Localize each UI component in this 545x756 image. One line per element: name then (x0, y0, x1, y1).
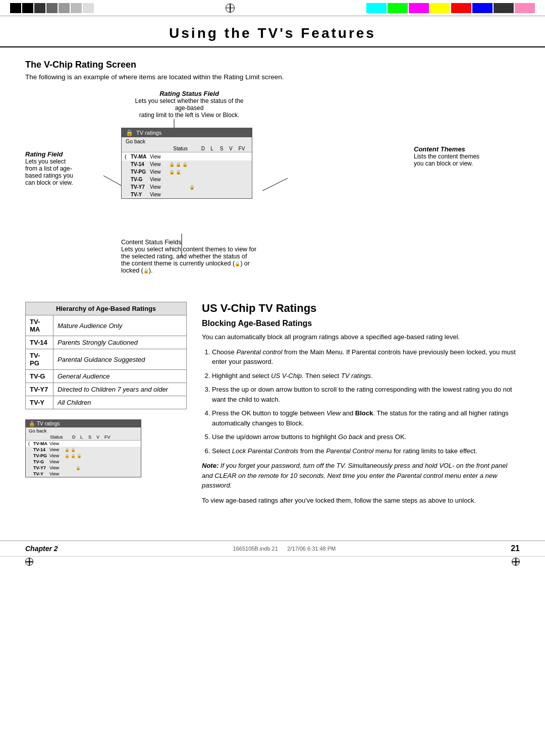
row-code-tvy: TV-Y (131, 192, 150, 197)
svg-line-2 (262, 178, 288, 191)
ratings-col-header: Status D L S V FV (122, 145, 252, 152)
swatch-black (10, 3, 21, 13)
row-status-tv14: View (150, 161, 168, 167)
col-s-label: S (220, 146, 229, 151)
step-6: Select Lock Parental Controls from the P… (212, 446, 520, 456)
page-title: Using the TV's Features (20, 25, 525, 41)
swatch-md (46, 3, 58, 13)
label-content-themes-body1: Lists the content themes (414, 153, 505, 160)
label-rating-status-body1: Lets you select whether the status of th… (134, 97, 245, 112)
go-back-row: Go back (122, 137, 252, 145)
step4-bold: Block (355, 409, 373, 417)
step6-italic2: Parental Control (326, 447, 373, 455)
label-content-status-body4: locked (🔒). (121, 267, 313, 274)
lock-icon-tvpg-1: 🔒 (169, 170, 175, 175)
small-row-code-tvy7: TV-Y7 (33, 465, 49, 470)
swatch-black2 (22, 3, 33, 13)
diagram-area: Rating Status Field Lets you select whet… (25, 90, 520, 292)
small-row-status-tvg: View (49, 459, 65, 464)
row-code-tvg: TV-G (131, 177, 150, 182)
label-rating-field-body3: based ratings you (25, 172, 103, 179)
row-status-tvg: View (150, 177, 168, 182)
ratings-row-tvy7: TV-Y7 View 🔒 (122, 183, 252, 191)
small-row-code-tv14: TV-14 (33, 447, 49, 452)
small-ratings-row-tvpg: TV-PG View 🔒 🔒 🔒 (26, 453, 141, 459)
top-bar-center (94, 4, 366, 13)
lock-icon-tv14-2: 🔒 (176, 162, 181, 167)
table-cell-desc-tvpg: Parental Guidance Suggested (53, 349, 187, 370)
label-content-status-body2: the selected rating, and whether the sta… (121, 253, 313, 260)
small-icons-tvy7: 🔒 (76, 466, 81, 470)
small-row-code-tvy: TV-Y (33, 471, 49, 476)
small-lock-icon: 🔒 (29, 421, 35, 426)
small-icons-tvpg: 🔒 🔒 🔒 (65, 454, 82, 458)
step2-italic2: TV ratings (341, 372, 371, 380)
ratings-row-tvy: TV-Y View (122, 191, 252, 198)
section-heading: The V-Chip Rating Screen (25, 60, 520, 70)
swatch-dk2 (494, 3, 514, 13)
table-cell-code-tvma: TV-MA (26, 315, 53, 336)
swatch-red (451, 3, 471, 13)
label-rating-status-title: Rating Status Field (134, 90, 245, 97)
ratings-row-tv14: TV-14 View 🔒 🔒 🔒 (122, 160, 252, 168)
small-col-d: D (72, 435, 80, 440)
small-col-v: V (96, 435, 104, 440)
step6-italic1: Lock Parental Controls (232, 447, 299, 455)
small-ratings-col-header: Status D L S V FV (26, 434, 141, 441)
section-vchip-rating: The V-Chip Rating Screen The following i… (25, 60, 520, 292)
small-row-status-tvpg: View (49, 453, 65, 458)
step2-italic1: US V-Chip. (271, 372, 304, 380)
bottom-crosshair-left (25, 558, 33, 566)
main-content: The V-Chip Rating Screen The following i… (0, 47, 545, 520)
step5-text: Use the up/down arrow buttons to highlig… (212, 433, 406, 441)
col-fv-label: FV (239, 146, 248, 151)
swatch-pink (515, 3, 535, 13)
col-l-label: L (210, 146, 220, 151)
table-cell-desc-tvg: General Audience (53, 370, 187, 383)
swatch-yellow (430, 3, 450, 13)
col-v-label: V (229, 146, 238, 151)
table-cell-desc-tvma: Mature Audience Only (53, 315, 187, 336)
note-text: If you forget your password, turn off th… (202, 462, 507, 489)
top-bar-left-swatches (10, 3, 94, 13)
bottom-center-info: 1665105B.indb 21 2/17/06 6:31:48 PM (233, 546, 336, 552)
step4-italic1: View (326, 409, 341, 417)
tv-ratings-header: 🔒 TV ratings (122, 128, 252, 137)
annotation-rating-field: Rating Field Lets you select from a list… (25, 150, 103, 186)
right-column: US V-Chip TV Ratings Blocking Age-Based … (202, 302, 520, 510)
small-row-status-tvma: View (49, 441, 65, 446)
bottom-bar: Chapter 2 1665105B.indb 21 2/17/06 6:31:… (0, 541, 545, 556)
table-row-tvg: TV-G General Audience (26, 370, 187, 383)
step-2: Highlight and select US V-Chip. Then sel… (212, 371, 520, 381)
label-rating-field-body4: can block or view. (25, 179, 103, 186)
small-row-status-tv14: View (49, 447, 65, 452)
table-cell-code-tvy: TV-Y (26, 396, 53, 409)
annotation-content-status-fields: Content Status Fields Lets you select wh… (121, 239, 313, 274)
row-status-tvy7: View (150, 184, 168, 190)
table-cell-desc-tvy: All Children (53, 396, 187, 409)
small-ratings-row-tvy7: TV-Y7 View 🔒 (26, 465, 141, 471)
file-info: 1665105B.indb 21 (233, 546, 278, 552)
note-block: Note: If you forget your password, turn … (202, 461, 520, 491)
step3-text: Press the up or down arrow button to scr… (212, 386, 512, 403)
table-row-tvpg: TV-PG Parental Guidance Suggested (26, 349, 187, 370)
small-col-s: S (88, 435, 96, 440)
small-tv-ratings-label: TV ratings (37, 421, 60, 426)
top-decorative-bar (0, 0, 545, 16)
label-rating-status-body2: rating limit to the left is View or Bloc… (134, 112, 245, 119)
small-tv-ratings-header: 🔒 TV ratings (26, 420, 141, 427)
step-3: Press the up or down arrow button to scr… (212, 385, 520, 404)
swatch-lt (59, 3, 70, 13)
row-icons-tvy7: 🔒 (189, 185, 195, 190)
table-cell-code-tvy7: TV-Y7 (26, 383, 53, 396)
swatch-ltr (71, 3, 82, 13)
row-arrow-tvma: ( (125, 153, 131, 159)
row-code-tvpg: TV-PG (131, 169, 150, 175)
blocking-steps: Choose Parental control from the Main Me… (202, 347, 520, 456)
hierarchy-table-caption: Hierarchy of Age-Based Ratings (26, 302, 187, 315)
lock-icon-tvy7-1: 🔒 (189, 185, 195, 190)
lock-icon-tv14-3: 🔒 (182, 162, 188, 167)
lock-icon-tvpg-2: 🔒 (176, 170, 181, 175)
small-ratings-row-tv14: TV-14 View 🔒 🔒 (26, 447, 141, 453)
small-row-arrow-tvma: ( (28, 441, 33, 446)
